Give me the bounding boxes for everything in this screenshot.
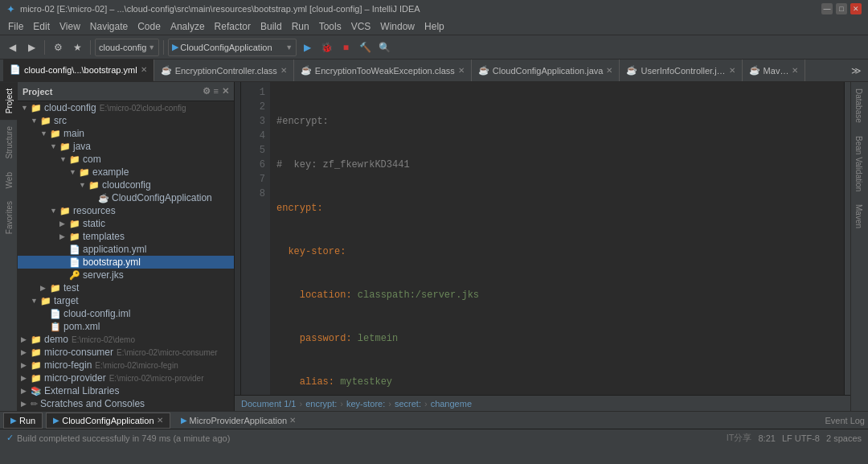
tree-item-iml[interactable]: 📄 cloud-config.iml	[18, 307, 234, 320]
tree-item-cloudconfig[interactable]: ▼ 📁 cloudconfig	[18, 179, 234, 191]
tree-item-test[interactable]: ▶ 📁 test	[18, 281, 234, 294]
project-selector[interactable]: cloud-config ▼	[95, 39, 159, 56]
titlebar-left: ✦ micro-02 [E:\micro-02] – ...\cloud-con…	[6, 3, 420, 15]
tree-item-demo[interactable]: ▶ 📁 demo E:\micro-02\demo	[18, 333, 234, 346]
menu-analyze[interactable]: Analyze	[166, 18, 210, 35]
menu-help[interactable]: Help	[420, 18, 449, 35]
tree-label-templates: templates	[83, 231, 125, 242]
run-tab-microprovider[interactable]: ▶ MicroProviderApplication ✕	[174, 413, 304, 429]
bookmark-button[interactable]: ★	[68, 39, 86, 56]
tree-item-templates[interactable]: ▶ 📁 templates	[18, 230, 234, 243]
tab-bootstrap-yml[interactable]: 📄 cloud-config\...\bootstrap.yml ✕	[3, 60, 154, 82]
tree-item-scratches[interactable]: ▶ ✏ Scratches and Consoles	[18, 397, 234, 410]
bc-keystore[interactable]: key-store:	[346, 399, 385, 409]
run-config-selector[interactable]: ▶ CloudConfigApplication ▼	[168, 39, 297, 56]
minimize-button[interactable]: —	[821, 3, 833, 14]
folder-icon-test: 📁	[50, 283, 61, 294]
tree-arrow-static: ▶	[59, 220, 69, 228]
tree-item-src[interactable]: ▼ 📁 src	[18, 114, 234, 127]
tree-path-mf: E:\micro-02\micro-fegin	[95, 361, 178, 370]
rvert-tab-bean-validation[interactable]: Bean Validation	[851, 129, 868, 198]
back-button[interactable]: ◀	[3, 39, 21, 56]
tab-close-4[interactable]: ✕	[729, 66, 735, 75]
maximize-button[interactable]: □	[836, 3, 847, 14]
menu-code[interactable]: Code	[133, 18, 166, 35]
indent[interactable]: 2 spaces	[826, 433, 862, 443]
vert-tab-web[interactable]: Web	[0, 166, 17, 195]
menu-tools[interactable]: Tools	[314, 18, 346, 35]
tree-item-server-jks[interactable]: 🔑 server.jks	[18, 269, 234, 281]
vert-tab-structure[interactable]: Structure	[0, 120, 17, 166]
menu-vcs[interactable]: VCS	[346, 18, 376, 35]
window-controls[interactable]: — □ ✕	[821, 3, 862, 14]
close-button[interactable]: ✕	[850, 3, 862, 14]
tree-item-bootstrap-yml[interactable]: 📄 bootstrap.yml	[18, 256, 234, 269]
tab-exception[interactable]: ☕ EncryptionTooWeakException.class ✕	[294, 60, 472, 82]
build-button[interactable]: 🔨	[356, 39, 374, 56]
yaml-icon-bootstrap: 📄	[69, 257, 80, 268]
run-tab-close-micro[interactable]: ✕	[289, 416, 296, 425]
tab-close-3[interactable]: ✕	[606, 66, 612, 75]
tree-item-main[interactable]: ▼ 📁 main	[18, 127, 234, 140]
forward-button[interactable]: ▶	[23, 39, 40, 56]
tab-close-2[interactable]: ✕	[458, 66, 465, 75]
tree-item-resources[interactable]: ▼ 📁 resources	[18, 204, 234, 217]
event-log-label[interactable]: Event Log	[825, 416, 865, 425]
line-col[interactable]: 8:21	[758, 433, 775, 443]
more-tabs-button[interactable]: ≫	[847, 62, 865, 80]
menu-window[interactable]: Window	[375, 18, 420, 35]
tab-close-bootstrap[interactable]: ✕	[141, 65, 147, 74]
encoding[interactable]: LF UTF-8	[782, 433, 820, 443]
tree-item-java[interactable]: ▼ 📁 java	[18, 140, 234, 153]
run-tab-cloudconfig[interactable]: ▶ CloudConfigApplication ✕	[46, 413, 170, 429]
tree-item-application-yml[interactable]: 📄 application.yml	[18, 243, 234, 256]
tree-item-ext-libs[interactable]: ▶ 📚 External Libraries	[18, 384, 234, 397]
project-collapse-icon[interactable]: ≡	[214, 86, 219, 96]
code-val-location: classpath:/server.jks	[358, 288, 479, 302]
menu-edit[interactable]: Edit	[28, 18, 55, 35]
settings-button[interactable]: ⚙	[49, 39, 67, 56]
code-area[interactable]: #encrypt: # key: zf_fkewrkKD3441 encrypt…	[270, 82, 844, 395]
rvert-tab-maven[interactable]: Maven	[851, 198, 868, 235]
menu-view[interactable]: View	[55, 18, 85, 35]
menu-refactor[interactable]: Refactor	[210, 18, 256, 35]
menu-file[interactable]: File	[3, 18, 28, 35]
vert-tab-project[interactable]: Project	[0, 82, 17, 120]
tab-userinfo-controller[interactable]: ☕ UserInfoController.j… ✕	[620, 60, 742, 82]
project-settings-icon[interactable]: ⚙	[203, 86, 211, 96]
tree-item-pom[interactable]: 📋 pom.xml	[18, 320, 234, 333]
tab-encryption-controller[interactable]: ☕ EncryptionController.class ✕	[154, 60, 294, 82]
tree-item-micro-consumer[interactable]: ▶ 📁 micro-consumer E:\micro-02\micro-con…	[18, 346, 234, 359]
bc-secret[interactable]: secret:	[395, 399, 421, 409]
tree-item-micro-provider[interactable]: ▶ 📁 micro-provider E:\micro-02\micro-pro…	[18, 372, 234, 384]
tree-path-mc: E:\micro-02\micro-consumer	[117, 348, 218, 357]
debug-button[interactable]: 🐞	[317, 39, 335, 56]
tree-item-target[interactable]: ▼ 📁 target	[18, 294, 234, 307]
search-everywhere[interactable]: 🔍	[375, 39, 393, 56]
menu-run[interactable]: Run	[287, 18, 314, 35]
tree-label-cca: CloudConfigApplication	[112, 192, 212, 203]
vert-tab-favorites[interactable]: Favorites	[0, 195, 17, 240]
rvert-tab-database[interactable]: Database	[851, 82, 868, 129]
tree-item-com[interactable]: ▼ 📁 com	[18, 153, 234, 166]
bc-encrypt[interactable]: encrypt:	[305, 399, 337, 409]
tab-mav[interactable]: ☕ Mav… ✕	[743, 60, 806, 82]
menu-navigate[interactable]: Navigate	[85, 18, 133, 35]
tab-close-5[interactable]: ✕	[792, 66, 798, 75]
tree-item-example[interactable]: ▼ 📁 example	[18, 166, 234, 179]
tab-close-1[interactable]: ✕	[280, 66, 287, 75]
tree-item-micro-fegin[interactable]: ▶ 📁 micro-fegin E:\micro-02\micro-fegin	[18, 359, 234, 372]
folder-icon-cloudconfig: 📁	[88, 180, 100, 191]
tree-item-cloudconfigapp[interactable]: ☕ CloudConfigApplication	[18, 191, 234, 204]
tab-cloud-config-app[interactable]: ☕ CloudConfigApplication.java ✕	[472, 60, 620, 82]
tab-yaml-icon: 📄	[10, 64, 21, 75]
tree-item-static[interactable]: ▶ 📁 static	[18, 217, 234, 230]
run-tab-close-cloudconfig[interactable]: ✕	[157, 416, 163, 425]
project-close-icon[interactable]: ✕	[222, 86, 229, 96]
menu-build[interactable]: Build	[256, 18, 287, 35]
tree-label-main: main	[63, 128, 84, 139]
tree-item-cloud-config-root[interactable]: ▼ 📁 cloud-config E:\micro-02\cloud-confi…	[18, 101, 234, 114]
run-tab-run[interactable]: ▶ Run	[3, 413, 43, 429]
stop-button[interactable]: ■	[337, 39, 354, 56]
run-button[interactable]: ▶	[298, 39, 316, 56]
